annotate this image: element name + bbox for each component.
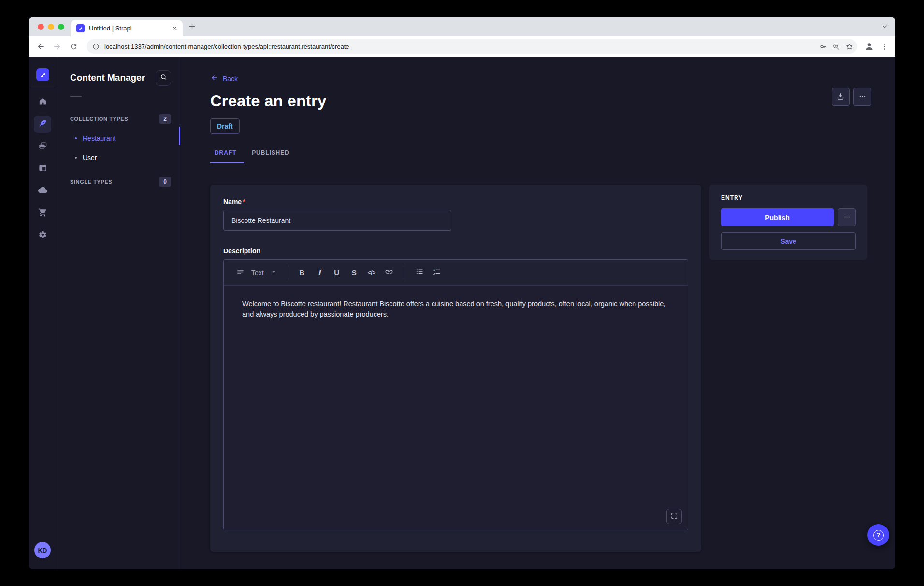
- numbered-list-button[interactable]: 12: [430, 265, 444, 280]
- bullet-icon: [75, 157, 77, 159]
- version-tabs: DRAFT PUBLISHED: [210, 145, 895, 163]
- tab-published[interactable]: PUBLISHED: [244, 145, 297, 163]
- nav-media-library[interactable]: [34, 138, 51, 155]
- reload-icon[interactable]: [66, 39, 81, 54]
- main-nav-rail: KD: [29, 57, 57, 569]
- numbered-list-icon: 12: [433, 267, 441, 278]
- back-label: Back: [223, 75, 238, 83]
- required-mark: *: [243, 198, 245, 205]
- search-icon: [160, 73, 167, 82]
- maximize-window-button[interactable]: [58, 24, 64, 30]
- home-icon: [38, 97, 47, 107]
- nav-home[interactable]: [34, 93, 51, 111]
- save-button[interactable]: Save: [721, 232, 856, 250]
- gear-icon: [38, 230, 47, 241]
- entry-panel: ENTRY Publish Save: [709, 185, 867, 260]
- collection-types-count-badge: 2: [159, 114, 171, 124]
- nav-content-manager[interactable]: [34, 116, 51, 133]
- strapi-admin: KD Content Manager COLLECTION TYPES 2: [29, 57, 895, 569]
- block-type-select[interactable]: Text: [234, 268, 279, 278]
- close-window-button[interactable]: [38, 24, 44, 30]
- paragraph-icon: [236, 268, 245, 278]
- name-field-label: Name*: [223, 198, 688, 205]
- page-title: Create an entry: [210, 91, 895, 111]
- question-mark-icon: ?: [873, 530, 884, 541]
- more-dots-icon: [843, 213, 851, 222]
- minimize-window-button[interactable]: [48, 24, 54, 30]
- tab-draft[interactable]: DRAFT: [210, 145, 244, 163]
- tab-close-icon[interactable]: [172, 25, 178, 31]
- back-arrow-icon: [210, 74, 218, 83]
- underline-button[interactable]: U: [330, 265, 344, 280]
- profile-avatar-icon[interactable]: [864, 41, 875, 52]
- nav-marketplace[interactable]: [34, 205, 51, 222]
- strikethrough-button[interactable]: S: [347, 265, 361, 280]
- forward-nav-icon[interactable]: [50, 39, 64, 54]
- bold-button[interactable]: B: [295, 265, 309, 280]
- toolbar-divider: [287, 265, 287, 280]
- site-info-icon[interactable]: [92, 43, 100, 50]
- bullet-icon: [75, 137, 77, 139]
- address-bar[interactable]: localhost:1337/admin/content-manager/col…: [87, 39, 857, 54]
- cart-icon: [38, 208, 47, 219]
- expand-editor-button[interactable]: [666, 509, 682, 524]
- section-label: COLLECTION TYPES: [70, 116, 128, 122]
- nav-cloud[interactable]: [34, 182, 51, 200]
- browser-tabstrip: Untitled | Strapi: [29, 17, 895, 36]
- editor-content-area[interactable]: Welcome to Biscotte restaurant! Restaura…: [224, 286, 688, 530]
- block-type-label: Text: [251, 269, 264, 277]
- nav-settings[interactable]: [34, 227, 51, 244]
- export-button[interactable]: [832, 88, 850, 106]
- section-label: SINGLE TYPES: [70, 179, 112, 185]
- cloud-icon: [38, 185, 48, 197]
- feather-icon: [38, 119, 47, 130]
- help-button[interactable]: ?: [867, 524, 889, 546]
- search-button[interactable]: [156, 70, 171, 86]
- toolbar-divider: [404, 265, 404, 280]
- link-button[interactable]: [382, 265, 396, 280]
- sidebar-item-user[interactable]: User: [70, 148, 171, 167]
- description-text: Welcome to Biscotte restaurant! Restaura…: [242, 298, 669, 320]
- header-more-button[interactable]: [853, 88, 871, 106]
- zoom-icon[interactable]: [832, 43, 840, 51]
- code-button[interactable]: </>: [364, 265, 379, 280]
- sidebar-item-label: Restaurant: [83, 134, 116, 142]
- user-avatar[interactable]: KD: [34, 542, 51, 558]
- tab-search-chevron-icon[interactable]: [881, 23, 888, 30]
- name-input[interactable]: [223, 210, 451, 231]
- entry-panel-title: ENTRY: [721, 194, 856, 201]
- rail-divider: [29, 88, 57, 88]
- browser-tab[interactable]: Untitled | Strapi: [71, 20, 183, 36]
- chevron-down-icon: [271, 269, 277, 277]
- more-dots-icon: [858, 92, 866, 102]
- images-icon: [38, 141, 47, 152]
- browser-toolbar: localhost:1337/admin/content-manager/col…: [29, 36, 895, 57]
- publish-button[interactable]: Publish: [721, 208, 834, 226]
- strapi-favicon-icon: [76, 24, 85, 32]
- back-nav-icon[interactable]: [33, 39, 48, 54]
- status-badge: Draft: [210, 118, 240, 134]
- subnav-divider: [70, 96, 82, 97]
- bullet-list-icon: [415, 267, 424, 278]
- sidebar-item-restaurant[interactable]: Restaurant: [70, 129, 171, 148]
- fullscreen-icon: [670, 512, 678, 521]
- single-types-count-badge: 0: [159, 177, 171, 187]
- new-tab-button[interactable]: [188, 22, 196, 30]
- password-key-icon[interactable]: [819, 43, 827, 51]
- back-link[interactable]: Back: [210, 74, 238, 83]
- entry-form-card: Name* Description Text: [210, 185, 701, 552]
- bullet-list-button[interactable]: [412, 265, 427, 280]
- editor-toolbar: Text B I U S </>: [224, 260, 688, 286]
- entry-more-button[interactable]: [838, 208, 856, 226]
- single-types-section: SINGLE TYPES 0: [70, 177, 171, 187]
- description-field-label: Description: [223, 247, 688, 255]
- svg-text:2: 2: [433, 272, 435, 275]
- sidebar-item-label: User: [83, 154, 97, 161]
- italic-button[interactable]: I: [312, 265, 327, 280]
- nav-content-type-builder[interactable]: [34, 160, 51, 177]
- svg-text:1: 1: [433, 268, 435, 271]
- bookmark-star-icon[interactable]: [845, 43, 853, 51]
- main-content: Back Create an entry Draft DRAFT PUBLISH…: [180, 57, 895, 569]
- browser-menu-icon[interactable]: [881, 43, 889, 51]
- strapi-logo[interactable]: [36, 68, 49, 81]
